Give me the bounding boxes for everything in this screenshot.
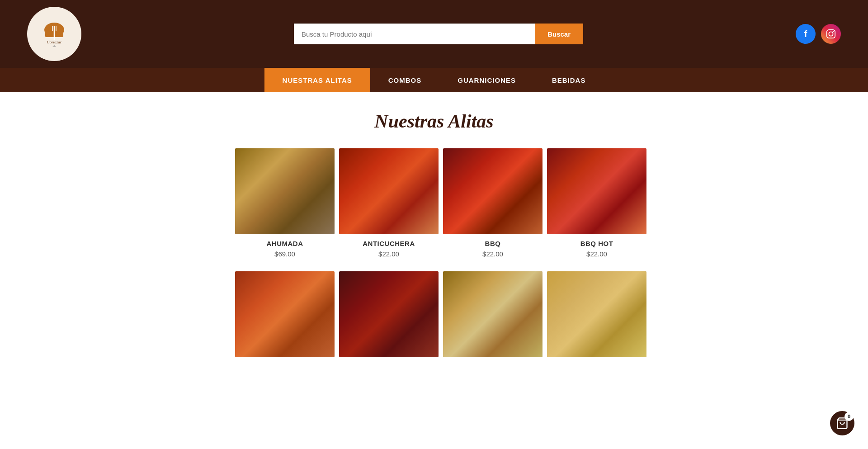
product-price-bbq: $22.00: [482, 250, 503, 258]
food-img-row2-4: [547, 271, 646, 357]
product-image-row2-4: [547, 271, 646, 357]
svg-point-9: [833, 31, 834, 33]
product-name-bbq-hot: BBQ HOT: [580, 240, 613, 247]
nav-nuestras-alitas[interactable]: NUESTRAS ALITAS: [264, 68, 370, 92]
food-img-row2-1: [235, 271, 335, 357]
svg-point-8: [829, 32, 833, 36]
search-input[interactable]: [294, 24, 535, 44]
product-price-ahumada: $69.00: [274, 250, 295, 258]
product-card-bbq-hot[interactable]: BBQ HOT $22.00: [547, 148, 646, 258]
logo-container: Cortazar .dk: [27, 7, 81, 61]
product-image-row2-3: [443, 271, 542, 357]
product-card-row2-4[interactable]: [547, 271, 646, 365]
product-image-row2-2: [339, 271, 439, 357]
logo: Cortazar .dk: [27, 7, 81, 61]
search-container: Buscar: [294, 24, 583, 44]
product-card-bbq[interactable]: BBQ $22.00: [443, 148, 542, 258]
product-image-bbq-hot: [547, 148, 646, 234]
nav-combos[interactable]: COMBOS: [370, 68, 440, 92]
header: Cortazar .dk Buscar f: [0, 0, 868, 68]
product-card-row2-1[interactable]: [235, 271, 335, 365]
product-price-anticuchera: $22.00: [378, 250, 399, 258]
main-content: Nuestras Alitas AHUMADA $69.00 ANTICUCHE…: [0, 92, 868, 397]
product-image-ahumada: [235, 148, 335, 234]
product-card-row2-2[interactable]: [339, 271, 439, 365]
svg-rect-7: [827, 30, 835, 38]
page-title: Nuestras Alitas: [0, 110, 868, 132]
cart-button[interactable]: 0: [830, 411, 854, 435]
food-img-row2-2: [339, 271, 439, 357]
product-name-anticuchera: ANTICUCHERA: [363, 240, 415, 247]
social-icons: f: [796, 24, 841, 44]
instagram-icon[interactable]: [821, 24, 841, 44]
product-image-bbq: [443, 148, 542, 234]
product-image-row2-1: [235, 271, 335, 357]
nav-guarniciones[interactable]: GUARNICIONES: [439, 68, 534, 92]
svg-text:Cortazar: Cortazar: [47, 40, 62, 44]
product-card-ahumada[interactable]: AHUMADA $69.00: [235, 148, 335, 258]
product-card-row2-3[interactable]: [443, 271, 542, 365]
product-name-ahumada: AHUMADA: [267, 240, 303, 247]
product-image-anticuchera: [339, 148, 439, 234]
product-price-bbq-hot: $22.00: [586, 250, 607, 258]
product-grid: AHUMADA $69.00 ANTICUCHERA $22.00 BBQ $2…: [226, 148, 642, 379]
food-img-anticuchera: [339, 148, 439, 234]
food-img-ahumada: [235, 148, 335, 234]
svg-text:.dk: .dk: [52, 45, 57, 47]
facebook-label: f: [804, 29, 807, 39]
cart-badge: 0: [844, 412, 854, 421]
food-img-bbq: [443, 148, 542, 234]
navbar: NUESTRAS ALITAS COMBOS GUARNICIONES BEBI…: [0, 68, 868, 92]
food-img-row2-3: [443, 271, 542, 357]
product-name-bbq: BBQ: [485, 240, 501, 247]
instagram-svg: [826, 29, 836, 39]
product-card-anticuchera[interactable]: ANTICUCHERA $22.00: [339, 148, 439, 258]
chef-logo-icon: Cortazar .dk: [41, 17, 68, 49]
logo-inner: Cortazar .dk: [41, 17, 68, 51]
nav-bebidas[interactable]: BEBIDAS: [534, 68, 604, 92]
search-button[interactable]: Buscar: [535, 24, 583, 44]
facebook-icon[interactable]: f: [796, 24, 816, 44]
food-img-bbq-hot: [547, 148, 646, 234]
